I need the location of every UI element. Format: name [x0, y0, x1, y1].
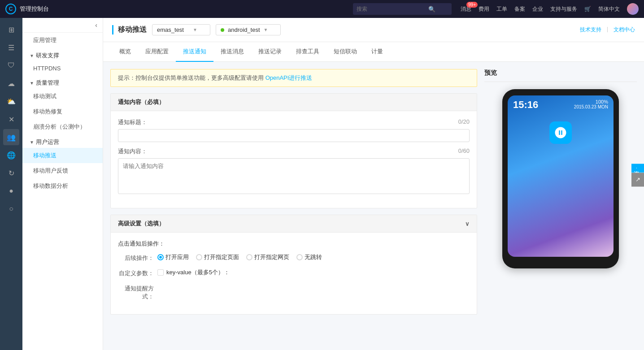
nav-section-user-ops[interactable]: ▼ 用户运营 [22, 134, 103, 148]
messages-button[interactable]: 消息 99+ [461, 5, 471, 13]
app1-select-wrapper[interactable]: emas_test ▼ [152, 24, 210, 35]
custom-param-row: 自定义参数： key-value（最多5个）： [118, 268, 470, 277]
nav-item-mobile-push[interactable]: 移动推送 [22, 148, 103, 163]
checkbox-box [157, 269, 164, 276]
message-badge: 99+ [466, 2, 478, 8]
click-action-label: 点击通知后操作： [118, 240, 165, 247]
sidebar-icon-globe[interactable]: 🌐 [3, 147, 19, 163]
logo-icon[interactable]: C [5, 4, 16, 14]
sidebar-icon-x[interactable]: ✕ [3, 111, 19, 127]
avatar[interactable] [627, 3, 639, 15]
nav-item-user-feedback[interactable]: 移动用户反馈 [22, 163, 103, 178]
phone-app-icon [549, 121, 572, 144]
nav-section-quality[interactable]: ▼ 质量管理 [22, 75, 103, 89]
tab-push-message[interactable]: 推送消息 [213, 42, 251, 62]
form-panel: 提示：控制台仅提供简单推送功能，更多高级配置请使用 OpenAPI进行推送 通知… [110, 69, 477, 343]
toggle-advanced-button[interactable]: ∨ [465, 220, 470, 227]
arrow-icon: ▼ [30, 53, 34, 58]
tab-push-notify[interactable]: 推送通知 [176, 42, 213, 62]
sidebar-icon-refresh[interactable]: ↻ [3, 165, 19, 181]
section-header-notify: 通知内容（必填） [111, 94, 477, 111]
top-actions: 消息 99+ 费用 工单 备案 企业 支持与服务 🛒 简体中文 [461, 3, 639, 15]
content-count: 0/60 [458, 147, 470, 156]
sidebar-icon-list[interactable]: ☰ [3, 39, 19, 56]
arrow-icon-quality: ▼ [30, 81, 34, 86]
console-title: 管理控制台 [20, 5, 49, 13]
left-navigation: ‹ 应用管理 ▼ 研发支撑 HTTPDNS ▼ 质量管理 移动测试 移动热修复 … [22, 18, 103, 350]
followup-label: 后续操作： [118, 253, 154, 262]
sidebar-icon-cloud[interactable]: ☁ [3, 75, 19, 91]
followup-radio-group: 打开应用 打开指定页面 打开指定网页 [157, 253, 470, 261]
openapi-link[interactable]: OpenAPI进行推送 [265, 74, 313, 81]
phone-battery: 100% [574, 99, 608, 104]
link-separator: | [607, 26, 608, 34]
nav-item-httpdns[interactable]: HTTPDNS [22, 61, 103, 75]
app2-select-wrapper[interactable]: android_test ▼ [216, 24, 281, 35]
language-switcher[interactable]: 简体中文 [598, 5, 620, 13]
tab-push-history[interactable]: 推送记录 [251, 42, 289, 62]
radio-open-page[interactable]: 打开指定页面 [196, 253, 239, 261]
tickets-button[interactable]: 工单 [496, 5, 507, 13]
nav-item-data-analysis[interactable]: 移动数据分析 [22, 178, 103, 194]
radio-no-jump[interactable]: 无跳转 [296, 253, 322, 261]
content-area: 移动推送 emas_test ▼ android_test ▼ 技术 [103, 18, 644, 350]
nav-section-dev-support[interactable]: ▼ 研发支撑 [22, 48, 103, 61]
expand-button[interactable]: ↗ [631, 173, 644, 186]
icp-button[interactable]: 备案 [514, 5, 525, 13]
nav-item-hotfix[interactable]: 移动热修复 [22, 104, 103, 119]
sidebar-icon-users[interactable]: 👥 [3, 129, 19, 145]
billing-button[interactable]: 费用 [479, 5, 489, 13]
custom-param-checkbox[interactable]: key-value（最多5个）： [157, 268, 470, 277]
phone-mockup: 15:16 100% 2015.03.23 MON [502, 89, 619, 268]
page-title-bar: 移动推送 emas_test ▼ android_test ▼ [112, 24, 574, 35]
radio-dot-open-app [159, 256, 162, 259]
radio-circle-no-jump [296, 254, 303, 260]
consult-button[interactable]: 咨询·建议 [631, 164, 644, 173]
preview-panel: 预览 15:16 100% 2015.03.23 MON [484, 69, 637, 343]
search-box[interactable]: 🔍 [353, 3, 452, 15]
chevron-down-icon: ▼ [193, 27, 197, 32]
float-buttons: 咨询·建议 ↗ [631, 164, 644, 186]
phone-screen: 15:16 100% 2015.03.23 MON [508, 95, 614, 257]
section-body-notify: 通知标题： 0/20 通知内容： 0/60 [111, 111, 477, 208]
page-header-links: 技术支持 | 文档中心 [580, 26, 635, 34]
notify-content-textarea[interactable] [118, 158, 470, 194]
support-button[interactable]: 支持与服务 [550, 5, 577, 13]
sidebar-icon-dot1[interactable]: ● [3, 183, 19, 199]
nav-item-app-management[interactable]: 应用管理 [22, 33, 103, 48]
enterprise-button[interactable]: 企业 [532, 5, 543, 13]
click-action-label-row: 点击通知后操作： [118, 240, 470, 248]
top-navigation: C 管理控制台 🔍 消息 99+ 费用 工单 备案 企业 支持与服务 🛒 简体中… [0, 0, 644, 18]
nav-item-mobile-test[interactable]: 移动测试 [22, 89, 103, 104]
nav-item-crash[interactable]: 崩溃分析（公测中） [22, 119, 103, 134]
sidebar-icon-dot2[interactable]: ○ [3, 201, 19, 217]
tab-metrics[interactable]: 计量 [364, 42, 390, 62]
sidebar-icon-cloud2[interactable]: ⛅ [3, 93, 19, 109]
collapse-button[interactable]: ‹ [95, 22, 97, 29]
tab-sms[interactable]: 短信联动 [326, 42, 364, 62]
phone-time: 15:16 [513, 99, 538, 111]
section-body-advanced: 点击通知后操作： 后续操作： 打开应用 [111, 233, 477, 314]
docs-link[interactable]: 文档中心 [614, 26, 635, 34]
preview-title: 预览 [484, 69, 637, 82]
tab-app-config[interactable]: 应用配置 [138, 42, 176, 62]
radio-circle-open-app [157, 254, 164, 260]
notify-title-input[interactable] [118, 129, 470, 142]
phone-status-bar: 15:16 100% 2015.03.23 MON [508, 95, 614, 112]
search-input[interactable] [357, 6, 428, 12]
custom-param-label: 自定义参数： [118, 268, 154, 277]
app1-select[interactable]: emas_test ▼ [152, 24, 210, 35]
tab-overview[interactable]: 概览 [112, 42, 138, 62]
title-count: 0/20 [458, 118, 470, 126]
app2-select[interactable]: android_test ▼ [216, 24, 281, 35]
sidebar-icon-shield[interactable]: 🛡 [3, 57, 19, 73]
cart-icon[interactable]: 🛒 [584, 6, 591, 12]
radio-open-app[interactable]: 打开应用 [157, 253, 189, 261]
content-body: 提示：控制台仅提供简单推送功能，更多高级配置请使用 OpenAPI进行推送 通知… [103, 62, 644, 350]
sidebar-icon-grid[interactable]: ⊞ [3, 22, 19, 38]
radio-open-url[interactable]: 打开指定网页 [246, 253, 289, 261]
form-row-content: 通知内容： 0/60 [118, 147, 470, 195]
tab-troubleshoot[interactable]: 排查工具 [289, 42, 326, 62]
tech-support-link[interactable]: 技术支持 [580, 26, 601, 34]
tabs-bar: 概览 应用配置 推送通知 推送消息 推送记录 排查工具 短信联动 计量 [103, 42, 644, 62]
